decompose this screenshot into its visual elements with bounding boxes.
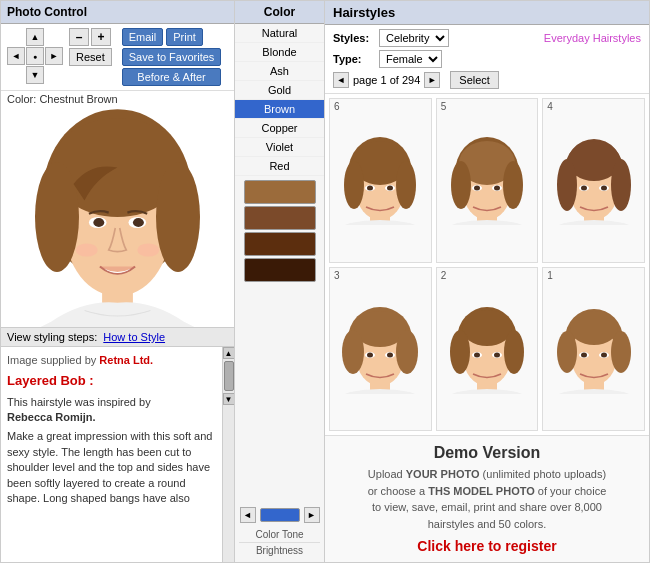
thumb-face-svg-5 [447, 135, 527, 225]
svg-point-36 [611, 159, 631, 211]
svg-point-26 [503, 161, 523, 209]
thumbnail-2[interactable]: 2 [436, 267, 539, 432]
tone-nav: ◄ ► [236, 503, 324, 527]
color-blonde[interactable]: Blonde [235, 43, 324, 62]
tone-right-btn[interactable]: ► [304, 507, 320, 523]
color-ash[interactable]: Ash [235, 62, 324, 81]
center-btn[interactable]: ● [26, 47, 44, 65]
scroll-thumb[interactable] [224, 361, 234, 391]
color-tone-label: Color Tone [255, 527, 303, 542]
svg-point-9 [76, 243, 98, 256]
hairstyle-desc-2: Make a great impression with this soft a… [7, 429, 216, 506]
zoom-out-btn[interactable]: – [69, 28, 89, 46]
scroll-down-btn[interactable]: ▼ [223, 393, 235, 405]
thumb-face-svg-2 [447, 304, 527, 394]
svg-point-4 [156, 162, 200, 272]
hairstyle-name: Layered Bob : [7, 372, 216, 390]
color-brown[interactable]: Brown [235, 100, 324, 119]
left-panel: Photo Control ▲ ◄ ● ► ▼ – + Reset Email … [0, 0, 235, 563]
thumbnail-4[interactable]: 4 [542, 98, 645, 263]
type-row: Type: Female Male [333, 50, 641, 68]
how-to-style-link[interactable]: How to Style [103, 331, 165, 343]
action-buttons: Email Print Save to Favorites Before & A… [122, 28, 222, 86]
svg-point-60 [494, 352, 500, 357]
svg-point-49 [367, 352, 373, 357]
image-credit: Image supplied by Retna Ltd. [7, 353, 216, 368]
middle-panel: Color Natural Blonde Ash Gold Brown Copp… [235, 0, 325, 563]
retna-link[interactable]: Retna Ltd. [99, 354, 153, 366]
svg-point-20 [387, 186, 393, 191]
svg-point-46 [396, 330, 418, 374]
thumb-number-3: 3 [334, 270, 340, 281]
svg-point-54 [462, 310, 512, 346]
thumbnail-5[interactable]: 5 [436, 98, 539, 263]
left-scrollbar[interactable]: ▲ ▼ [222, 347, 234, 562]
svg-point-19 [367, 186, 373, 191]
type-label: Type: [333, 53, 373, 65]
thumb-number-4: 4 [547, 101, 553, 112]
pagination: ◄ page 1 of 294 ► [333, 72, 440, 88]
tone-slider[interactable] [260, 508, 300, 522]
color-red[interactable]: Red [235, 157, 324, 176]
scroll-up-btn[interactable]: ▲ [223, 347, 235, 359]
svg-point-65 [557, 331, 577, 373]
thumbnail-3[interactable]: 3 [329, 267, 432, 432]
zoom-in-btn[interactable]: + [91, 28, 111, 46]
swatch-4[interactable] [244, 258, 316, 282]
reset-button[interactable]: Reset [69, 48, 112, 66]
email-button[interactable]: Email [122, 28, 164, 46]
svg-point-56 [504, 330, 524, 374]
toolbar: ▲ ◄ ● ► ▼ – + Reset Email Print Save to … [1, 24, 234, 91]
print-button[interactable]: Print [166, 28, 203, 46]
everyday-hairstyles-link[interactable]: Everyday Hairstyles [544, 32, 641, 44]
svg-point-29 [474, 186, 480, 191]
svg-point-40 [601, 186, 607, 191]
demo-section: Demo Version Upload YOUR PHOTO (unlimite… [325, 435, 649, 562]
svg-point-50 [387, 352, 393, 357]
svg-point-45 [342, 330, 364, 374]
styles-select[interactable]: Celebrity Natural Classic [379, 29, 449, 47]
svg-point-25 [451, 161, 471, 209]
next-page-btn[interactable]: ► [424, 72, 440, 88]
arrow-pad: ▲ ◄ ● ► ▼ [7, 28, 63, 84]
left-arrow-btn[interactable]: ◄ [7, 47, 25, 65]
color-label: Color: Chestnut Brown [1, 91, 234, 107]
swatch-3[interactable] [244, 232, 316, 256]
color-gold[interactable]: Gold [235, 81, 324, 100]
image-credit-text: Image supplied by [7, 354, 96, 366]
styles-row: Styles: Celebrity Natural Classic Everyd… [333, 29, 641, 47]
svg-point-3 [35, 162, 79, 272]
color-panel-header: Color [235, 1, 324, 24]
type-select[interactable]: Female Male [379, 50, 442, 68]
before-after-button[interactable]: Before & After [122, 68, 222, 86]
down-arrow-btn[interactable]: ▼ [26, 66, 44, 84]
pagination-row: ◄ page 1 of 294 ► Select [333, 71, 641, 89]
color-copper[interactable]: Copper [235, 119, 324, 138]
thumbnail-1[interactable]: 1 [542, 267, 645, 432]
thumbnail-6[interactable]: 6 [329, 98, 432, 263]
styling-steps-label: View styling steps: [7, 331, 97, 343]
save-favorites-button[interactable]: Save to Favorites [122, 48, 222, 66]
thumb-face-svg-1 [554, 304, 634, 394]
page-info: page 1 of 294 [353, 74, 420, 86]
svg-point-55 [450, 330, 470, 374]
controls-bar: Styles: Celebrity Natural Classic Everyd… [325, 25, 649, 94]
right-arrow-btn[interactable]: ► [45, 47, 63, 65]
select-button[interactable]: Select [450, 71, 499, 89]
thumb-number-5: 5 [441, 101, 447, 112]
hairstyles-header: Hairstyles [325, 1, 649, 25]
styles-label: Styles: [333, 32, 373, 44]
thumbnails-grid: 6 5 [325, 94, 649, 435]
color-violet[interactable]: Violet [235, 138, 324, 157]
color-label-text: Color: [7, 93, 36, 105]
prev-page-btn[interactable]: ◄ [333, 72, 349, 88]
svg-point-70 [601, 352, 607, 357]
tone-left-btn[interactable]: ◄ [240, 507, 256, 523]
up-arrow-btn[interactable]: ▲ [26, 28, 44, 46]
color-swatches [240, 176, 320, 499]
swatch-1[interactable] [244, 180, 316, 204]
swatch-2[interactable] [244, 206, 316, 230]
svg-point-8 [133, 218, 144, 227]
register-link[interactable]: Click here to register [337, 538, 637, 554]
color-natural[interactable]: Natural [235, 24, 324, 43]
